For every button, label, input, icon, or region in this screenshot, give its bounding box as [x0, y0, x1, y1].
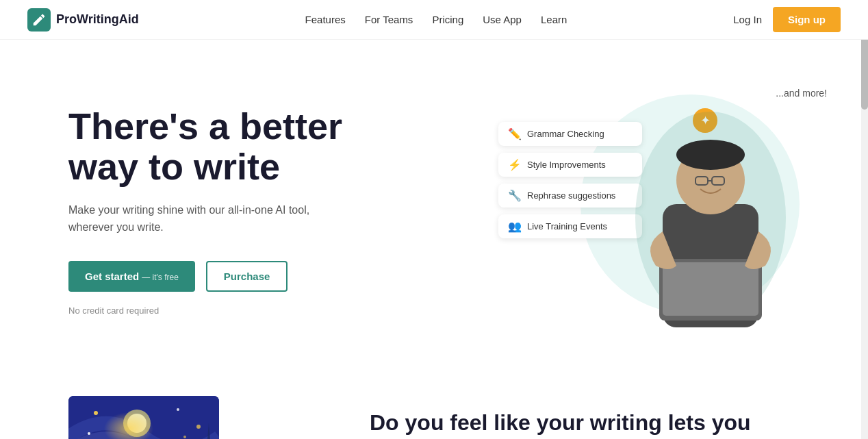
scrollbar-thumb[interactable]: [861, 27, 868, 110]
navbar: ProWritingAid Features For Teams Pricing…: [0, 0, 868, 40]
hero-right: ✏️ Grammar Checking ⚡ Style Improvements…: [498, 81, 841, 341]
painting-card-main: [68, 396, 219, 439]
second-left: My idea in my head: [68, 396, 329, 439]
purchase-button[interactable]: Purchase: [206, 261, 288, 292]
person-illustration: [622, 108, 800, 341]
nav-links: Features For Teams Pricing Use App Learn: [305, 14, 567, 25]
feature-card-rephrase: 🔧 Rephrase suggestions: [498, 184, 642, 208]
feature-cards: ✏️ Grammar Checking ⚡ Style Improvements…: [498, 122, 642, 238]
second-section: My idea in my head Do you feel like your…: [0, 368, 868, 439]
hero-buttons: Get started— it's free Purchase: [68, 261, 424, 292]
logo[interactable]: ProWritingAid: [27, 8, 139, 32]
svg-point-16: [88, 432, 90, 435]
signup-button[interactable]: Sign up: [773, 7, 841, 32]
feature-card-training: 👥 Live Training Events: [498, 214, 642, 238]
svg-point-12: [127, 414, 146, 433]
rephrase-icon: 🔧: [508, 189, 522, 202]
second-section-title: Do you feel like your writing lets you d…: [370, 410, 800, 439]
training-icon: 👥: [508, 220, 522, 233]
nav-learn[interactable]: Learn: [541, 14, 567, 25]
feature-card-style: ⚡ Style Improvements: [498, 153, 642, 177]
svg-point-13: [94, 411, 98, 415]
nav-use-app[interactable]: Use App: [483, 14, 522, 25]
logo-text: ProWritingAid: [56, 12, 139, 27]
more-label: ...and more!: [776, 88, 827, 99]
login-button[interactable]: Log In: [733, 14, 762, 25]
svg-point-15: [196, 425, 201, 429]
svg-point-14: [177, 408, 179, 411]
hero-left: There's a better way to write Make your …: [68, 106, 424, 316]
svg-point-11: [123, 410, 151, 437]
nav-actions: Log In Sign up: [733, 7, 841, 32]
nav-for-teams[interactable]: For Teams: [365, 14, 413, 25]
logo-icon: [27, 8, 51, 32]
hero-section: There's a better way to write Make your …: [0, 40, 868, 368]
nav-pricing[interactable]: Pricing: [432, 14, 463, 25]
get-started-button[interactable]: Get started— it's free: [68, 261, 195, 292]
svg-rect-10: [68, 396, 219, 439]
style-icon: ⚡: [508, 158, 522, 171]
svg-rect-8: [663, 262, 758, 316]
feature-card-grammar: ✏️ Grammar Checking: [498, 122, 642, 146]
svg-point-3: [676, 140, 745, 170]
no-credit-card-note: No credit card required: [68, 305, 424, 316]
second-right: Do you feel like your writing lets you d…: [370, 396, 800, 439]
svg-point-17: [183, 436, 186, 438]
hero-title: There's a better way to write: [68, 106, 424, 188]
svg-rect-9: [68, 396, 219, 439]
hero-subtitle: Make your writing shine with our all-in-…: [68, 201, 342, 236]
page-scrollbar[interactable]: [861, 0, 868, 439]
grammar-icon: ✏️: [508, 127, 522, 140]
nav-features[interactable]: Features: [305, 14, 346, 25]
